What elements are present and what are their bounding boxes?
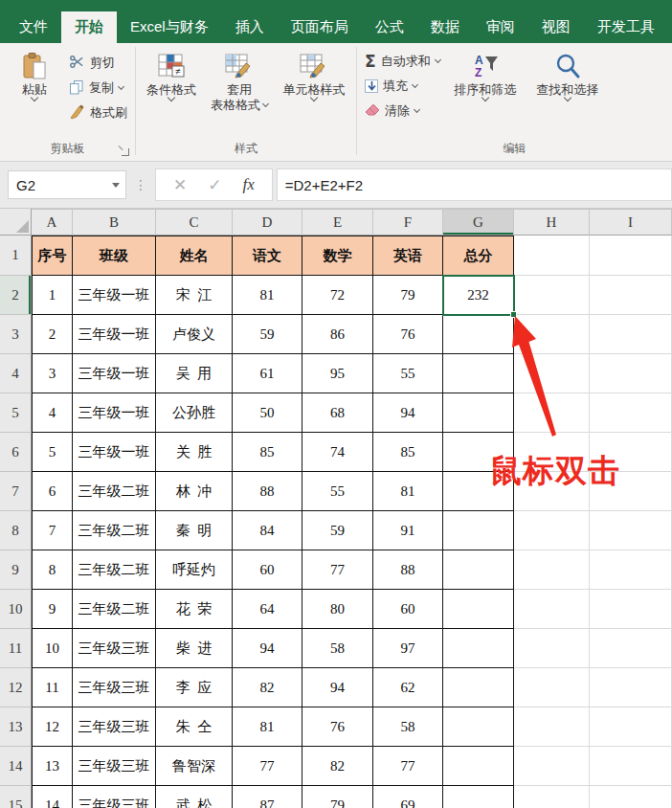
- cut-button[interactable]: 剪切: [65, 51, 131, 76]
- cell-C4[interactable]: 吴 用: [156, 354, 233, 393]
- cell-G5[interactable]: [443, 393, 514, 433]
- row-header-15[interactable]: 15: [0, 786, 32, 808]
- cell-I3[interactable]: [590, 315, 672, 354]
- cell-E15[interactable]: 79: [302, 786, 373, 808]
- row-header-14[interactable]: 14: [0, 747, 32, 786]
- cell-D12[interactable]: 82: [233, 668, 302, 707]
- cell-A15[interactable]: 14: [32, 786, 73, 808]
- autosum-button[interactable]: Σ 自动求和: [361, 49, 444, 74]
- cell-I13[interactable]: [590, 707, 672, 747]
- row-header-3[interactable]: 3: [0, 315, 32, 354]
- cell-C15[interactable]: 武 松: [156, 786, 233, 808]
- cell-E10[interactable]: 80: [302, 590, 373, 629]
- cell-A7[interactable]: 6: [32, 472, 73, 511]
- col-header-F[interactable]: F: [373, 209, 443, 236]
- row-header-13[interactable]: 13: [0, 707, 32, 747]
- cell-H12[interactable]: [514, 668, 590, 707]
- cell-C14[interactable]: 鲁智深: [156, 747, 233, 786]
- cell-A13[interactable]: 12: [32, 707, 73, 747]
- cell-F13[interactable]: 58: [373, 707, 443, 747]
- cell-H14[interactable]: [514, 747, 590, 786]
- tab-视图[interactable]: 视图: [528, 11, 584, 43]
- cell-B7[interactable]: 三年级二班: [73, 472, 156, 511]
- cell-F3[interactable]: 76: [373, 315, 443, 354]
- cell-D11[interactable]: 94: [233, 629, 302, 668]
- cell-H3[interactable]: [514, 315, 590, 354]
- cell-D2[interactable]: 81: [233, 276, 302, 315]
- cell-D5[interactable]: 50: [233, 393, 302, 433]
- cell-E12[interactable]: 94: [302, 668, 373, 707]
- cell-B15[interactable]: 三年级三班: [73, 786, 156, 808]
- cell-A2[interactable]: 1: [32, 276, 73, 315]
- col-header-A[interactable]: A: [32, 209, 73, 236]
- cancel-icon[interactable]: ✕: [173, 175, 187, 195]
- row-header-4[interactable]: 4: [0, 354, 32, 393]
- cell-F14[interactable]: 77: [373, 747, 443, 786]
- cell-G7[interactable]: [443, 472, 514, 511]
- format-painter-button[interactable]: 格式刷: [65, 101, 131, 125]
- cell-I14[interactable]: [590, 747, 672, 786]
- cell-G4[interactable]: [443, 354, 514, 393]
- cell-E9[interactable]: 77: [302, 550, 373, 590]
- col-header-I[interactable]: I: [590, 209, 672, 236]
- cell-E4[interactable]: 95: [302, 354, 373, 393]
- cell-I4[interactable]: [590, 354, 672, 393]
- cell-D14[interactable]: 77: [233, 747, 302, 786]
- cell-D10[interactable]: 64: [233, 590, 302, 629]
- cell-A10[interactable]: 9: [32, 590, 73, 629]
- cell-E14[interactable]: 82: [302, 747, 373, 786]
- cell-A3[interactable]: 2: [32, 315, 73, 354]
- cell-G11[interactable]: [443, 629, 514, 668]
- cell-I12[interactable]: [590, 668, 672, 707]
- formula-input[interactable]: =D2+E2+F2: [277, 168, 672, 201]
- cell-E6[interactable]: 74: [302, 433, 373, 472]
- col-header-H[interactable]: H: [514, 209, 590, 236]
- cell-A12[interactable]: 11: [32, 668, 73, 707]
- tab-数据[interactable]: 数据: [417, 11, 473, 43]
- cell-C6[interactable]: 关 胜: [156, 433, 233, 472]
- cell-I9[interactable]: [590, 550, 672, 590]
- cell-D15[interactable]: 87: [233, 786, 302, 808]
- cell-F5[interactable]: 94: [373, 393, 443, 433]
- cell-H8[interactable]: [514, 511, 590, 550]
- cell-C13[interactable]: 朱 仝: [156, 707, 233, 747]
- cell-C3[interactable]: 卢俊义: [156, 315, 233, 354]
- cell-C1[interactable]: 姓名: [156, 236, 233, 276]
- tab-页面布局[interactable]: 页面布局: [278, 11, 362, 43]
- cell-A1[interactable]: 序号: [32, 236, 73, 276]
- tab-开始[interactable]: 开始: [61, 11, 117, 43]
- cell-E7[interactable]: 55: [302, 472, 373, 511]
- cell-E1[interactable]: 数学: [302, 236, 373, 276]
- sort-filter-button[interactable]: A Z 排序和筛选: [444, 45, 526, 101]
- find-select-button[interactable]: 查找和选择: [526, 45, 609, 101]
- row-header-10[interactable]: 10: [0, 590, 32, 629]
- cell-C10[interactable]: 花 荣: [156, 590, 233, 629]
- cell-C7[interactable]: 林 冲: [156, 472, 233, 511]
- row-header-8[interactable]: 8: [0, 511, 32, 550]
- cell-I7[interactable]: [590, 472, 672, 511]
- cell-D4[interactable]: 61: [233, 354, 302, 393]
- cell-F6[interactable]: 85: [373, 433, 443, 472]
- cell-F15[interactable]: 69: [373, 786, 443, 808]
- row-header-9[interactable]: 9: [0, 550, 32, 590]
- cell-A8[interactable]: 7: [32, 511, 73, 550]
- cell-C8[interactable]: 秦 明: [156, 511, 233, 550]
- col-header-D[interactable]: D: [233, 209, 302, 236]
- cell-D13[interactable]: 81: [233, 707, 302, 747]
- cell-I8[interactable]: [590, 511, 672, 550]
- insert-function-icon[interactable]: fx: [243, 175, 255, 194]
- cell-F8[interactable]: 91: [373, 511, 443, 550]
- copy-button[interactable]: 复制: [65, 76, 131, 101]
- col-header-C[interactable]: C: [156, 209, 233, 236]
- cell-F4[interactable]: 55: [373, 354, 443, 393]
- row-header-1[interactable]: 1: [0, 236, 32, 276]
- cell-F12[interactable]: 62: [373, 668, 443, 707]
- cell-D8[interactable]: 84: [233, 511, 302, 550]
- fill-handle[interactable]: [510, 311, 517, 318]
- cell-C11[interactable]: 柴 进: [156, 629, 233, 668]
- cell-B9[interactable]: 三年级二班: [73, 550, 156, 590]
- cell-B8[interactable]: 三年级二班: [73, 511, 156, 550]
- cell-H1[interactable]: [514, 236, 590, 276]
- cell-styles-button[interactable]: 单元格样式: [276, 45, 352, 101]
- clear-button[interactable]: 清除: [361, 99, 444, 123]
